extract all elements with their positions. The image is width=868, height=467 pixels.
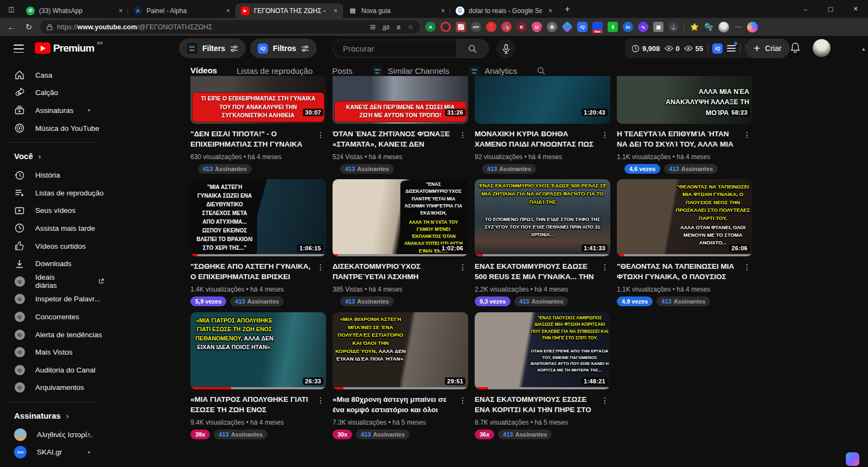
tab-close-icon[interactable]: × [331, 7, 340, 15]
video-card[interactable]: 1:20:43 ΜΟΝΑΧΙΚΗ ΚΥΡΙΑ ΒΟΗΘΑ ΧΑΜΕΝΟ ΠΑΙΔ… [475, 76, 610, 179]
filtros-button[interactable]: iQ Filtros [250, 39, 317, 58]
ext-lock-off-icon[interactable]: OFF [471, 22, 481, 32]
ext-mask-icon[interactable]: 🎭 [501, 22, 512, 32]
video-title[interactable]: ΌΤΑΝ ΈΝΑΣ ΖΗΤΙΆΝΟΣ ΦΏΝΑΞΕ «ΣΤΑΜΆΤΑ», ΚΑΝ… [333, 129, 455, 150]
checklist-icon[interactable] [727, 43, 736, 53]
video-thumbnail[interactable]: "ΜΙΑ ΑΣΤΕΓΗ ΓΥΝΑΙΚΑ ΣΩΖΕΙ ΕΝΑ ΔΙΕΥΘΥΝΤΙΚ… [190, 179, 326, 256]
kebab-menu-icon[interactable]: ⋮ [743, 130, 751, 139]
sidebar-item-arquivamentos[interactable]: iQ Arquivamentos [0, 379, 104, 397]
ext-pin-icon[interactable]: 📍 [486, 22, 496, 32]
ext-diamond-icon[interactable] [561, 21, 573, 33]
sidebar-item-casa[interactable]: Casa [0, 66, 104, 84]
voice-search-button[interactable] [496, 39, 515, 58]
ext-k-icon[interactable]: K [516, 22, 527, 32]
video-thumbnail[interactable]: «ΜΙΑ ΓΙΑΤΡΟΣ ΑΠΟΛΥΘΗΚΕ ΓΙΑΤΙ ΕΣΩΣΕ ΤΗ ΖΩ… [190, 312, 326, 389]
kebab-menu-icon[interactable]: ⋮ [459, 263, 467, 272]
youtube-premium-logo[interactable]: Premium BR [35, 42, 103, 54]
window-minimize-button[interactable]: – [793, 0, 818, 18]
sidebar-item-concorrentes[interactable]: iQ Concorrentes [0, 308, 104, 326]
scrollbar[interactable] [860, 36, 868, 467]
video-title[interactable]: "ΘΕΛΟΝΤΑΣ ΝΑ ΤΑΠΕΙΝΩΣΕΙ ΜΙΑ ΦΤΩΧΗ ΓΥΝΑΙΚ… [617, 262, 739, 282]
sidebar-item-shorts[interactable]: Calção [0, 84, 104, 102]
window-close-button[interactable]: ✕ [843, 0, 868, 18]
sidebar-item-mais-vistos[interactable]: iQ Mais Vistos [0, 343, 104, 361]
browser-profile-avatar[interactable] [718, 22, 729, 33]
video-card[interactable]: «ΜΙΑ 80ΧΡΟΝΗ ΆΣΤΕΓΗ ΜΠΑΊΝΕΙ ΣΕ ΈΝΑ ΠΟΛΥΤ… [333, 312, 468, 445]
ext-blue-circle-icon[interactable]: in [623, 22, 633, 32]
video-title[interactable]: ΔΙΣΕΚΑΤΟΜΜΥΡΙΟΎΧΟΣ ΠΑΝΤΡΕΎΕΤΑΙ ΆΣΧΗΜΗ ΥΠ… [333, 262, 455, 282]
sidebar-item-auditoria[interactable]: iQ Auditoria do Canal [0, 361, 104, 379]
video-thumbnail[interactable]: ΑΛΛΆ ΜΙΑ ΝΈΑ ΑΝΑΚΆΛΥΨΗ ΆΛΛΑΞΕ ΤΗ ΜΟΊΡΑ Τ… [617, 76, 752, 124]
sidebar-item-alerta-tendencias[interactable]: iQ Alerta de tendências [0, 326, 104, 344]
tab-actions-icon[interactable]: ◫ [4, 2, 18, 16]
browser-tab-nova-guia[interactable]: ▤ Nova guia × [343, 3, 450, 18]
sidebar-subscription-channel[interactable]: Αληθινές Ιστορί... [0, 426, 104, 444]
video-thumbnail[interactable]: "ΘΕΛΟΝΤΑΣ ΝΑ ΤΑΠΕΙΝΩΣΕΙ ΜΙΑ ΦΤΩΧΗ ΓΥΝΑΙΚ… [617, 179, 752, 256]
video-title[interactable]: ΕΝΑΣ ΕΚΑΤΟΜΜΥΡΙΟΥΣ ΕΔΩΣΕ 500 REUS ΣΕ ΜΙΑ… [475, 262, 597, 282]
search-button[interactable] [456, 39, 489, 58]
favorites-hub-icon[interactable]: ⭐ [690, 23, 699, 31]
immersive-reader-icon[interactable]: ø [397, 23, 400, 31]
kebab-menu-icon[interactable]: ⋮ [601, 396, 609, 405]
notifications-button[interactable] [790, 42, 801, 54]
video-thumbnail[interactable]: ΈΝΑΣ ΕΚΑΤΟΜΜΥΡΙΟΎΧΟΣ ΈΔΩΣΕ 500 ΡΕΆΛΣ ΣΕ … [475, 179, 610, 256]
video-card[interactable]: "ΕΝΑΣ ΠΛΟΥΣΙΟΣ ΑΝΘΡΩΠΟΣ ΔΙΑΣΩΣΕ ΜΙΑ ΦΤΩΧ… [475, 312, 610, 445]
back-button[interactable]: ← [5, 22, 17, 31]
kebab-menu-icon[interactable]: ⋮ [601, 263, 609, 272]
browser-tab-whatsapp[interactable]: ✆ (33) WhatsApp × [21, 3, 128, 18]
kebab-menu-icon[interactable]: ⋮ [317, 130, 324, 139]
filters-button[interactable]: nexlev Filters [179, 39, 246, 58]
ext-shield-icon[interactable]: U [532, 22, 542, 32]
tab-close-icon[interactable]: × [117, 7, 125, 15]
favorite-star-icon[interactable]: ☆ [407, 23, 413, 31]
search-box[interactable] [333, 40, 456, 58]
kebab-menu-icon[interactable]: ⋮ [459, 396, 467, 405]
video-card[interactable]: ΑΛΛΆ ΜΙΑ ΝΈΑ ΑΝΑΚΆΛΥΨΗ ΆΛΛΑΞΕ ΤΗ ΜΟΊΡΑ Τ… [617, 76, 752, 179]
video-thumbnail[interactable]: 1:20:43 [475, 76, 610, 124]
ext-new-banner-icon[interactable] [592, 22, 603, 32]
browser-essentials-icon[interactable]: 🫧 [704, 23, 713, 31]
video-thumbnail[interactable]: ΚΑΝΕΊΣ ΔΕΝ ΠΕΡΊΜΕΝΕ ΝΑ ΣΏΣΕΙ ΜΙΑ ΖΩΉ ΜΕ … [333, 76, 468, 124]
video-card[interactable]: "ΕΝΑΣ ΔΙΣΕΚΑΤΟΜΜΥΡΙΟΎΧΟΣ ΠΑΝΤΡΕΎΕΤΑΙ ΜΙΑ… [333, 179, 468, 312]
video-card[interactable]: "ΘΕΛΟΝΤΑΣ ΝΑ ΤΑΠΕΙΝΩΣΕΙ ΜΙΑ ΦΤΩΧΗ ΓΥΝΑΙΚ… [617, 179, 752, 312]
tab-close-icon[interactable]: × [224, 7, 232, 15]
ext-chart-icon[interactable]: 📈 [456, 22, 466, 32]
tab-close-icon[interactable]: × [439, 7, 447, 15]
video-title[interactable]: «Μια 80χρονη άστεγη μπαίνει σε ένα κομψό… [333, 395, 455, 415]
kebab-menu-icon[interactable]: ⋮ [317, 396, 324, 405]
new-tab-button[interactable]: + [560, 2, 575, 17]
ext-puzzle-icon[interactable]: ⚓ [668, 22, 679, 32]
sidebar-item-seus-videos[interactable]: Seus vídeos [0, 202, 104, 220]
create-button[interactable]: + Criar [745, 39, 790, 58]
ext-gear-icon[interactable]: ⚙ [547, 22, 557, 32]
hamburger-menu-icon[interactable] [14, 45, 24, 55]
ext-vidiq-icon[interactable]: iQ [577, 22, 588, 32]
sidebar-item-downloads[interactable]: Downloads [0, 255, 104, 273]
video-thumbnail[interactable]: "ΕΝΑΣ ΔΙΣΕΚΑΤΟΜΜΥΡΙΟΎΧΟΣ ΠΑΝΤΡΕΎΕΤΑΙ ΜΙΑ… [333, 179, 468, 256]
sidebar-item-youtube-music[interactable]: Música do YouTube [0, 119, 104, 137]
sidebar-subscription-channel[interactable]: ΣΚΑΙ SKAI.gr [0, 444, 104, 462]
sidebar-subscriptions-header[interactable]: Assinaturas› [0, 405, 104, 426]
translate-icon[interactable]: a̲ᵶ [382, 23, 390, 31]
sidebar-item-videos-curtidos[interactable]: Vídeos curtidos [0, 237, 104, 255]
sidebar-item-historia[interactable]: História [0, 166, 104, 184]
sidebar-item-playlists[interactable]: Listas de reprodução [0, 184, 104, 202]
ext-stack-icon[interactable]: ▣ [653, 22, 663, 32]
account-avatar[interactable] [813, 39, 831, 57]
video-title[interactable]: "ΣΩΘΗΚΕ ΑΠΟ ΑΣΤΕΓΗ ΓΥΝΑΙΚΑ, Ο ΕΠΙΧΕΙΡΗΜΑ… [190, 262, 313, 282]
split-screen-icon[interactable]: ⊞ [370, 23, 375, 31]
sidebar-item-assista-mais-tarde[interactable]: Assista mais tarde [0, 219, 104, 237]
video-card[interactable]: ΤΙ ΕΙΠΕ Ο ΕΠΙΧΕΙΡΗΜΑΤΙΑΣ ΣΤΗ ΓΥΝΑΙΚΑ ΤΟΥ… [190, 76, 326, 179]
copilot-icon[interactable] [747, 22, 758, 33]
video-title[interactable]: ΜΟΝΑΧΙΚΗ ΚΥΡΙΑ ΒΟΗΘΑ ΧΑΜΕΝΟ ΠΑΙΔΙ ΑΓΝΟΩΝ… [475, 129, 597, 150]
video-card[interactable]: "ΜΙΑ ΑΣΤΕΓΗ ΓΥΝΑΙΚΑ ΣΩΖΕΙ ΕΝΑ ΔΙΕΥΘΥΝΤΙΚ… [190, 179, 326, 312]
browser-tab-painel[interactable]: A Painel - Alpha × [128, 3, 235, 18]
video-thumbnail[interactable]: «ΜΙΑ 80ΧΡΟΝΗ ΆΣΤΕΓΗ ΜΠΑΊΝΕΙ ΣΕ ΈΝΑ ΠΟΛΥΤ… [333, 312, 468, 389]
video-card[interactable]: ΈΝΑΣ ΕΚΑΤΟΜΜΥΡΙΟΎΧΟΣ ΈΔΩΣΕ 500 ΡΕΆΛΣ ΣΕ … [475, 179, 610, 312]
refresh-button[interactable]: ↻ [23, 22, 35, 32]
sidebar-you-header[interactable]: Você› [0, 145, 104, 166]
kebab-menu-icon[interactable]: ⋮ [601, 130, 609, 139]
search-input[interactable] [342, 43, 448, 54]
video-title[interactable]: «ΜΙΑ ΓΙΑΤΡΟΣ ΑΠΟΛΥΘΗΚΕ ΓΙΑΤΙ ΕΣΩΣΕ ΤΗ ΖΩ… [190, 395, 313, 415]
video-card[interactable]: «ΜΙΑ ΓΙΑΤΡΟΣ ΑΠΟΛΥΘΗΚΕ ΓΙΑΤΙ ΕΣΩΣΕ ΤΗ ΖΩ… [190, 312, 326, 445]
